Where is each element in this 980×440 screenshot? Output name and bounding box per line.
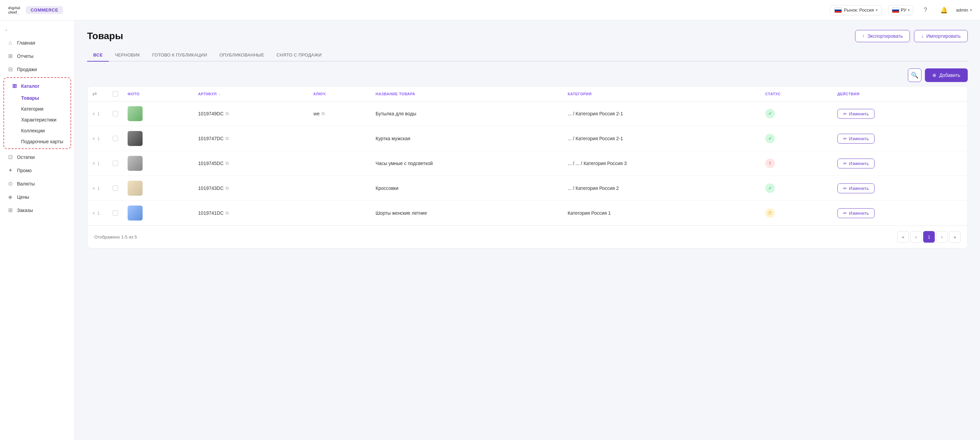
sidebar-item-reports[interactable]: ⊞ Отчеты — [0, 49, 75, 63]
key-cell — [309, 176, 371, 201]
sidebar-sub-gift-cards[interactable]: Подарочные карты — [4, 136, 70, 147]
tab-all[interactable]: ВСЕ — [87, 49, 109, 62]
lang-selector[interactable]: РУ ▾ — [888, 5, 913, 15]
row-checkbox[interactable] — [113, 111, 118, 116]
col-rank: ⇄ — [88, 86, 108, 102]
edit-product-button[interactable]: ✏ Изменить — [837, 159, 875, 168]
sidebar-item-stock[interactable]: ⊡ Остатки — [0, 151, 75, 164]
product-thumbnail — [127, 205, 143, 221]
next-page-button[interactable]: › — [936, 231, 948, 243]
status-cell — [760, 151, 833, 176]
rank-arrow-icon: ∧ — [92, 136, 95, 141]
row-checkbox[interactable] — [113, 160, 118, 166]
product-name: Бутылка для воды — [375, 111, 416, 116]
row-checkbox[interactable] — [113, 136, 118, 141]
rank-cell: ∧ 1 — [88, 102, 108, 126]
product-thumbnail — [127, 181, 143, 196]
sidebar-sub-collections[interactable]: Коллекции — [4, 125, 70, 136]
sidebar-item-currencies[interactable]: ⊙ Валюты — [0, 177, 75, 190]
edit-product-button[interactable]: ✏ Изменить — [837, 109, 875, 119]
sku-value: 1019741DC — [198, 210, 224, 216]
sidebar: ‹ ⌂ Главная ⊞ Отчеты ⊟ Продажи ⊞ Каталог… — [0, 21, 75, 440]
row-checkbox[interactable] — [113, 210, 118, 216]
col-sku[interactable]: АРТИКУЛ ↓ — [193, 86, 309, 102]
product-name: Куртка мужская — [375, 136, 410, 141]
copy-sku-button[interactable]: ⧉ — [226, 111, 229, 116]
import-icon: ↓ — [921, 33, 924, 39]
export-button[interactable]: ↑ Экспортировать — [855, 30, 910, 42]
add-icon: ⊕ — [932, 73, 937, 78]
product-thumbnail — [127, 106, 143, 121]
search-button[interactable]: 🔍 — [908, 68, 921, 82]
photo-cell — [123, 201, 193, 226]
actions-cell: ✏ Изменить — [833, 176, 967, 201]
photo-cell — [123, 102, 193, 126]
category-cell: ... / Категория Россия 2-1 — [563, 102, 760, 126]
key-value: we — [313, 111, 320, 116]
sidebar-item-sales[interactable]: ⊟ Продажи — [0, 63, 75, 76]
reports-icon: ⊞ — [7, 53, 14, 59]
tab-ready[interactable]: ГОТОВО К ПУБЛИКАЦИИ — [146, 49, 213, 62]
rank-arrow-icon: ∧ — [92, 211, 95, 215]
edit-product-button[interactable]: ✏ Изменить — [837, 183, 875, 193]
notifications-button[interactable]: 🔔 — [938, 4, 950, 16]
products-table: ⇄ ФОТО АРТИКУЛ ↓ КЛЮЧ — [87, 86, 968, 248]
tab-draft[interactable]: ЧЕРНОВИК — [109, 49, 146, 62]
tab-removed[interactable]: СНЯТО С ПРОДАЖИ — [270, 49, 328, 62]
copy-sku-button[interactable]: ⧉ — [226, 210, 229, 216]
actions-cell: ✏ Изменить — [833, 151, 967, 176]
col-category: КАТЕГОРИЯ — [563, 86, 760, 102]
rank-value: 1 — [97, 186, 100, 191]
copy-key-button[interactable]: ⧉ — [321, 111, 325, 116]
rank-value: 1 — [97, 211, 100, 216]
tabs: ВСЕ ЧЕРНОВИК ГОТОВО К ПУБЛИКАЦИИ ОПУБЛИК… — [87, 49, 968, 62]
table-row: ∧ 1 1019747DC ⧉ — [88, 126, 967, 151]
edit-icon: ✏ — [843, 136, 847, 141]
sidebar-sub-attributes[interactable]: Характеристики — [4, 114, 70, 125]
edit-product-button[interactable]: ✏ Изменить — [837, 134, 875, 144]
sidebar-item-catalog[interactable]: ⊞ Каталог — [4, 79, 70, 92]
logo: digital chief_ — [8, 6, 21, 14]
table-row: ∧ 1 1019745DC ⧉ — [88, 151, 967, 176]
pagination-controls: « ‹ 1 › » — [897, 231, 961, 243]
last-page-button[interactable]: » — [949, 231, 961, 243]
name-cell: Шорты женские летние — [371, 201, 563, 226]
import-button[interactable]: ↓ Импортировать — [914, 30, 968, 42]
select-all-checkbox[interactable] — [113, 91, 118, 97]
copy-sku-button[interactable]: ⧉ — [226, 160, 229, 166]
product-category: ... / ... / Категория Россия 3 — [568, 160, 627, 166]
sidebar-item-prices[interactable]: ◈ Цены — [0, 190, 75, 203]
market-selector[interactable]: Рынок: Россия ▾ — [830, 5, 882, 15]
product-thumbnail — [127, 156, 143, 171]
checkbox-cell — [108, 126, 123, 151]
sidebar-item-orders[interactable]: ⊞ Заказы — [0, 203, 75, 217]
first-page-button[interactable]: « — [897, 231, 909, 243]
sidebar-item-home[interactable]: ⌂ Главная — [0, 37, 75, 49]
status-indicator — [765, 183, 775, 193]
copy-sku-button[interactable]: ⧉ — [226, 186, 229, 191]
edit-product-button[interactable]: ✏ Изменить — [837, 208, 875, 218]
russia-flag-icon — [834, 8, 842, 13]
catalog-icon: ⊞ — [11, 83, 18, 89]
sidebar-sub-products[interactable]: Товары — [4, 92, 70, 103]
logo-top: digital — [8, 6, 21, 10]
layout: ‹ ⌂ Главная ⊞ Отчеты ⊟ Продажи ⊞ Каталог… — [0, 21, 980, 440]
product-category: ... / Категория Россия 2 — [568, 186, 619, 191]
actions-cell: ✏ Изменить — [833, 126, 967, 151]
admin-menu[interactable]: admin ▾ — [956, 8, 972, 13]
sidebar-item-promo[interactable]: ✦ Промо — [0, 164, 75, 177]
prev-page-button[interactable]: ‹ — [910, 231, 922, 243]
col-actions: ДЕЙСТВИЯ — [833, 86, 967, 102]
row-checkbox[interactable] — [113, 186, 118, 191]
sidebar-sub-label-categories: Категории — [21, 106, 43, 112]
edit-label: Изменить — [849, 111, 869, 116]
help-button[interactable]: ? — [920, 4, 932, 16]
sidebar-collapse-button[interactable]: ‹ — [0, 24, 75, 35]
tab-published[interactable]: ОПУБЛИКОВАННЫЕ — [213, 49, 270, 62]
page-1-button[interactable]: 1 — [923, 231, 935, 243]
add-product-button[interactable]: ⊕ Добавить — [925, 68, 968, 82]
sidebar-sub-categories[interactable]: Категории — [4, 103, 70, 114]
export-icon: ↑ — [862, 33, 865, 39]
copy-sku-button[interactable]: ⧉ — [226, 136, 229, 141]
checkbox-cell — [108, 201, 123, 226]
